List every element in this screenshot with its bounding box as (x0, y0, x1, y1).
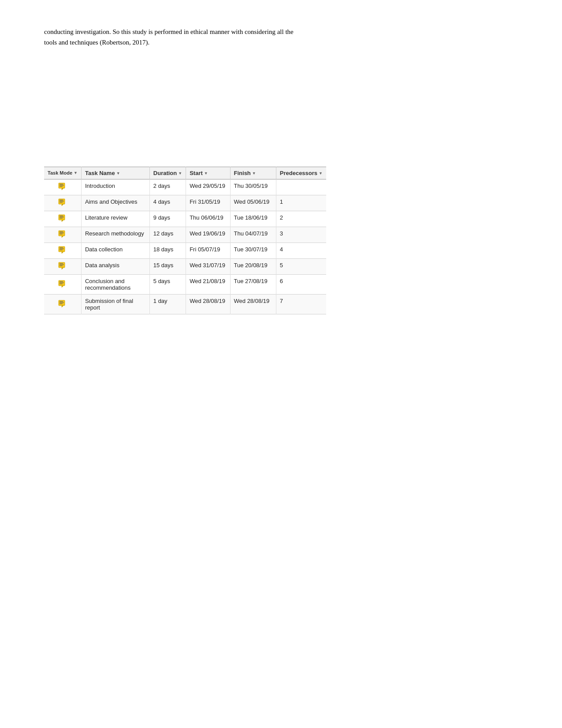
svg-rect-0 (59, 183, 65, 188)
table-header-row: Task Mode ▼ Task Name ▼ Duration ▼ (44, 167, 326, 179)
duration-cell: 18 days (149, 243, 186, 259)
start-cell: Thu 06/06/19 (186, 211, 230, 227)
task-name-cell: Aims and Objectives (81, 195, 149, 211)
svg-rect-27 (60, 284, 63, 284)
svg-rect-29 (60, 301, 63, 302)
task-name-cell: Conclusion and recommendations (81, 275, 149, 295)
svg-rect-4 (59, 199, 65, 204)
task-name-cell: Data collection (81, 243, 149, 259)
predecessors-cell: 2 (276, 211, 326, 227)
table-row: Submission of final report1 dayWed 28/08… (44, 295, 326, 314)
duration-cell: 2 days (149, 179, 186, 195)
spacer (44, 65, 518, 162)
task-mode-cell (44, 259, 81, 275)
duration-cell: 5 days (149, 275, 186, 295)
svg-rect-15 (60, 234, 63, 234)
predecessors-cell (276, 179, 326, 195)
svg-rect-22 (60, 265, 64, 265)
svg-rect-7 (60, 202, 63, 202)
task-mode-cell (44, 243, 81, 259)
svg-rect-21 (60, 263, 63, 264)
svg-rect-9 (60, 216, 63, 216)
col-header-start[interactable]: Start ▼ (186, 167, 230, 179)
table-row: Literature review9 daysThu 06/06/19Tue 1… (44, 211, 326, 227)
col-header-task-mode[interactable]: Task Mode ▼ (44, 167, 81, 179)
col-header-duration[interactable]: Duration ▼ (149, 167, 186, 179)
svg-rect-3 (60, 186, 63, 187)
svg-rect-17 (60, 247, 63, 248)
task-mode-cell (44, 275, 81, 295)
duration-cell: 15 days (149, 259, 186, 275)
predecessors-cell: 5 (276, 259, 326, 275)
task-name-cell: Research methodology (81, 227, 149, 243)
finish-cell: Wed 28/08/19 (230, 295, 276, 314)
svg-rect-10 (60, 217, 64, 217)
task-mode-icon (58, 265, 67, 271)
svg-rect-5 (60, 200, 63, 200)
svg-rect-20 (59, 262, 65, 268)
duration-cell: 12 days (149, 227, 186, 243)
duration-cell: 4 days (149, 195, 186, 211)
svg-rect-14 (60, 233, 64, 233)
svg-rect-31 (60, 303, 63, 304)
svg-rect-13 (60, 231, 63, 232)
svg-rect-16 (59, 246, 65, 252)
task-mode-cell (44, 295, 81, 314)
table-row: Data collection18 daysFri 05/07/19Tue 30… (44, 243, 326, 259)
table-row: Research methodology12 daysWed 19/06/19T… (44, 227, 326, 243)
predecessors-cell: 7 (276, 295, 326, 314)
start-cell: Fri 31/05/19 (186, 195, 230, 211)
sort-icon-task-name: ▼ (116, 171, 120, 175)
finish-cell: Wed 05/06/19 (230, 195, 276, 211)
svg-rect-26 (60, 282, 64, 283)
svg-rect-28 (59, 300, 65, 306)
svg-rect-23 (60, 265, 63, 266)
start-cell: Wed 19/06/19 (186, 227, 230, 243)
finish-cell: Thu 04/07/19 (230, 227, 276, 243)
predecessors-cell: 4 (276, 243, 326, 259)
task-name-cell: Literature review (81, 211, 149, 227)
start-cell: Wed 28/08/19 (186, 295, 230, 314)
sort-icon-predecessors: ▼ (319, 171, 323, 175)
project-table-container: Task Mode ▼ Task Name ▼ Duration ▼ (44, 167, 518, 314)
svg-rect-11 (60, 218, 63, 218)
svg-rect-19 (60, 250, 63, 250)
sort-icon-start: ▼ (204, 171, 208, 175)
task-mode-icon (58, 302, 67, 309)
duration-cell: 1 day (149, 295, 186, 314)
svg-rect-25 (60, 281, 63, 282)
predecessors-cell: 1 (276, 195, 326, 211)
predecessors-cell: 3 (276, 227, 326, 243)
svg-rect-30 (60, 302, 64, 302)
task-mode-icon (58, 201, 67, 208)
finish-cell: Thu 30/05/19 (230, 179, 276, 195)
svg-rect-12 (59, 231, 65, 236)
svg-rect-24 (59, 280, 65, 286)
task-mode-cell (44, 227, 81, 243)
task-mode-icon (58, 217, 67, 224)
duration-cell: 9 days (149, 211, 186, 227)
sort-icon-task-mode: ▼ (74, 171, 78, 175)
start-cell: Wed 29/05/19 (186, 179, 230, 195)
svg-rect-8 (59, 215, 65, 220)
svg-rect-1 (60, 184, 63, 184)
col-header-finish[interactable]: Finish ▼ (230, 167, 276, 179)
task-mode-icon (58, 249, 67, 255)
task-mode-cell (44, 179, 81, 195)
svg-rect-6 (60, 201, 64, 202)
task-mode-cell (44, 195, 81, 211)
task-name-cell: Introduction (81, 179, 149, 195)
table-row: Conclusion and recommendations5 daysWed … (44, 275, 326, 295)
sort-icon-finish: ▼ (252, 171, 256, 175)
task-mode-icon (58, 283, 67, 289)
finish-cell: Tue 18/06/19 (230, 211, 276, 227)
intro-text: conducting investigation. So this study … (44, 26, 518, 48)
project-table: Task Mode ▼ Task Name ▼ Duration ▼ (44, 167, 326, 314)
col-header-predecessors[interactable]: Predecessors ▼ (276, 167, 326, 179)
start-cell: Fri 05/07/19 (186, 243, 230, 259)
col-header-task-name[interactable]: Task Name ▼ (81, 167, 149, 179)
start-cell: Wed 31/07/19 (186, 259, 230, 275)
predecessors-cell: 6 (276, 275, 326, 295)
finish-cell: Tue 27/08/19 (230, 275, 276, 295)
svg-rect-18 (60, 249, 64, 249)
